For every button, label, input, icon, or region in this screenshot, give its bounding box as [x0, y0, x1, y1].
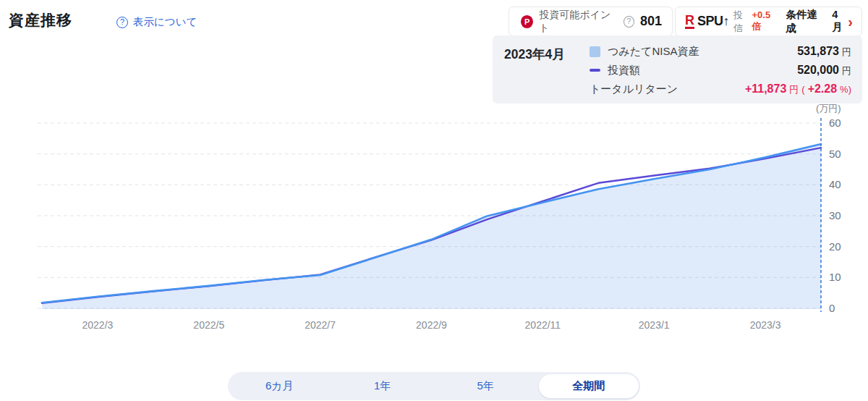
spu-month: 4月 — [832, 9, 848, 34]
x-axis-label: 2022/11 — [525, 319, 561, 331]
x-axis-label: 2022/9 — [416, 319, 447, 331]
tooltip-label: 投資額 — [608, 64, 640, 77]
return-paren-open: ( — [801, 84, 804, 95]
tooltip-row-invested: 投資額 520,000 円 — [590, 61, 851, 80]
spu-product-label: 投信 — [733, 9, 752, 35]
x-axis-label: 2022/3 — [82, 319, 114, 331]
period-selector: 6カ月1年5年全期間 — [228, 372, 640, 400]
spu-multiplier: +0.5倍 — [752, 9, 779, 33]
help-icon: ? — [116, 17, 128, 28]
y-axis-label: 50 — [829, 148, 841, 160]
about-display-link[interactable]: ? 表示について — [116, 15, 197, 29]
y-axis-label: 40 — [829, 178, 841, 190]
tooltip-value: 531,873 — [797, 45, 839, 58]
tooltip-label: つみたてNISA資産 — [608, 45, 699, 59]
points-value: 801 — [640, 14, 662, 29]
y-axis-label: 0 — [829, 302, 835, 314]
tooltip-date: 2023年4月 — [504, 46, 565, 63]
tooltip-label: トータルリターン — [590, 83, 678, 96]
period-tab-0[interactable]: 6カ月 — [229, 374, 330, 398]
period-tab-1[interactable]: 1年 — [333, 374, 433, 398]
points-help-icon[interactable]: ? — [624, 16, 634, 28]
nisa-series-swatch-icon — [590, 46, 600, 57]
y-axis-label: 20 — [829, 240, 841, 253]
tooltip-rows: つみたてNISA資産 531,873 円 投資額 520,000 円 トータルリ… — [590, 42, 851, 98]
invested-series-swatch-icon — [590, 69, 600, 72]
y-axis-label: 60 — [829, 117, 841, 129]
return-percent: +2.28 — [808, 83, 837, 96]
x-axis-label: 2023/1 — [639, 319, 670, 331]
asset-transition-page: (万円) 01020304050602022/32022/52022/72022… — [0, 0, 868, 401]
return-unit: 円 — [789, 83, 799, 96]
page-title: 資産推移 — [9, 10, 72, 30]
chart-tooltip: 2023年4月 つみたてNISA資産 531,873 円 投資額 520,000… — [493, 35, 862, 104]
spu-logo: SPU↑ — [697, 14, 729, 29]
x-axis-label: 2023/3 — [750, 319, 781, 331]
tooltip-unit: 円 — [842, 64, 851, 77]
tooltip-unit: 円 — [842, 46, 851, 59]
chevron-right-icon: › — [848, 14, 853, 29]
spu-status: 条件達成 — [786, 8, 827, 35]
period-tab-2[interactable]: 5年 — [435, 374, 536, 398]
return-value: +11,873 — [745, 83, 786, 96]
tooltip-value: 520,000 — [797, 64, 839, 77]
x-axis-label: 2022/5 — [193, 319, 224, 331]
rakuten-point-icon: P — [521, 15, 533, 28]
spu-banner[interactable]: R SPU↑ 投信 +0.5倍 条件達成 4月 › — [675, 7, 862, 36]
rakuten-r-logo-icon: R — [685, 14, 694, 30]
period-tab-3[interactable]: 全期間 — [539, 374, 639, 398]
y-axis-label: 10 — [829, 271, 841, 283]
y-axis-label: 30 — [829, 209, 841, 221]
investable-points-card[interactable]: P 投資可能ポイント ? 801 — [509, 7, 673, 36]
tooltip-row-nisa: つみたてNISA資産 531,873 円 — [590, 42, 851, 61]
x-axis-label: 2022/7 — [305, 319, 336, 331]
tooltip-row-return: トータルリターン +11,873 円 ( +2.28 %) — [590, 80, 851, 98]
about-display-label: 表示について — [133, 15, 197, 29]
return-paren-close: %) — [840, 84, 851, 95]
points-label: 投資可能ポイント — [539, 9, 617, 35]
y-axis-unit-label: (万円) — [816, 102, 841, 115]
